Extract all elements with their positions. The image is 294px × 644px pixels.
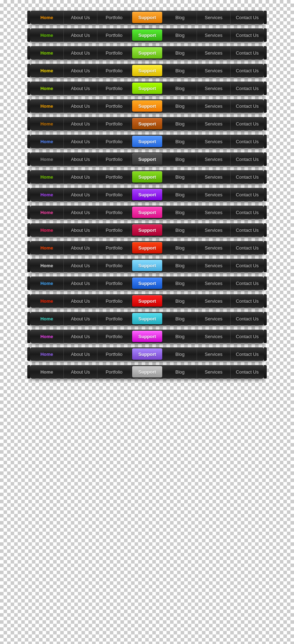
contact-link[interactable]: Contact Us (231, 117, 264, 130)
blog-link[interactable]: Blog (163, 365, 197, 379)
home-link[interactable]: Home (30, 259, 64, 272)
support-button[interactable]: Support (132, 118, 162, 129)
blog-link[interactable]: Blog (163, 330, 197, 343)
blog-link[interactable]: Blog (163, 259, 197, 272)
contact-link[interactable]: Contact Us (231, 206, 264, 219)
services-link[interactable]: Services (197, 188, 231, 201)
services-link[interactable]: Services (197, 99, 231, 113)
portfolio-link[interactable]: Portfolio (97, 206, 131, 219)
blog-link[interactable]: Blog (163, 223, 197, 237)
home-link[interactable]: Home (30, 365, 64, 379)
services-link[interactable]: Services (197, 170, 231, 184)
services-link[interactable]: Services (197, 152, 231, 166)
home-link[interactable]: Home (30, 206, 64, 219)
home-link[interactable]: Home (30, 82, 64, 95)
support-button[interactable]: Support (132, 83, 162, 94)
portfolio-link[interactable]: Portfolio (97, 188, 131, 201)
about-link[interactable]: About Us (64, 82, 97, 95)
home-link[interactable]: Home (30, 64, 64, 77)
support-button[interactable]: Support (132, 189, 162, 200)
portfolio-link[interactable]: Portfolio (97, 259, 131, 272)
support-button[interactable]: Support (132, 12, 162, 23)
portfolio-link[interactable]: Portfolio (97, 312, 131, 325)
home-link[interactable]: Home (30, 276, 64, 290)
home-link[interactable]: Home (30, 46, 64, 60)
support-button[interactable]: Support (132, 366, 162, 377)
contact-link[interactable]: Contact Us (231, 241, 264, 254)
portfolio-link[interactable]: Portfolio (97, 28, 131, 42)
support-button[interactable]: Support (132, 260, 162, 271)
contact-link[interactable]: Contact Us (231, 276, 264, 290)
about-link[interactable]: About Us (64, 347, 97, 361)
contact-link[interactable]: Contact Us (231, 135, 264, 148)
contact-link[interactable]: Contact Us (231, 170, 264, 184)
blog-link[interactable]: Blog (163, 28, 197, 42)
blog-link[interactable]: Blog (163, 188, 197, 201)
support-button[interactable]: Support (132, 207, 162, 218)
services-link[interactable]: Services (197, 259, 231, 272)
about-link[interactable]: About Us (64, 46, 97, 60)
about-link[interactable]: About Us (64, 223, 97, 237)
portfolio-link[interactable]: Portfolio (97, 82, 131, 95)
about-link[interactable]: About Us (64, 276, 97, 290)
support-button[interactable]: Support (132, 313, 162, 324)
support-button[interactable]: Support (132, 29, 162, 41)
blog-link[interactable]: Blog (163, 294, 197, 308)
home-link[interactable]: Home (30, 330, 64, 343)
services-link[interactable]: Services (197, 28, 231, 42)
blog-link[interactable]: Blog (163, 347, 197, 361)
support-button[interactable]: Support (132, 100, 162, 112)
home-link[interactable]: Home (30, 11, 64, 24)
blog-link[interactable]: Blog (163, 99, 197, 113)
portfolio-link[interactable]: Portfolio (97, 223, 131, 237)
services-link[interactable]: Services (197, 11, 231, 24)
portfolio-link[interactable]: Portfolio (97, 330, 131, 343)
about-link[interactable]: About Us (64, 206, 97, 219)
blog-link[interactable]: Blog (163, 135, 197, 148)
home-link[interactable]: Home (30, 188, 64, 201)
support-button[interactable]: Support (132, 224, 162, 236)
support-button[interactable]: Support (132, 242, 162, 253)
contact-link[interactable]: Contact Us (231, 46, 264, 60)
blog-link[interactable]: Blog (163, 312, 197, 325)
home-link[interactable]: Home (30, 170, 64, 184)
portfolio-link[interactable]: Portfolio (97, 135, 131, 148)
blog-link[interactable]: Blog (163, 206, 197, 219)
blog-link[interactable]: Blog (163, 241, 197, 254)
home-link[interactable]: Home (30, 99, 64, 113)
contact-link[interactable]: Contact Us (231, 64, 264, 77)
services-link[interactable]: Services (197, 82, 231, 95)
portfolio-link[interactable]: Portfolio (97, 170, 131, 184)
contact-link[interactable]: Contact Us (231, 28, 264, 42)
about-link[interactable]: About Us (64, 241, 97, 254)
about-link[interactable]: About Us (64, 135, 97, 148)
about-link[interactable]: About Us (64, 99, 97, 113)
about-link[interactable]: About Us (64, 152, 97, 166)
about-link[interactable]: About Us (64, 11, 97, 24)
portfolio-link[interactable]: Portfolio (97, 46, 131, 60)
about-link[interactable]: About Us (64, 330, 97, 343)
contact-link[interactable]: Contact Us (231, 312, 264, 325)
contact-link[interactable]: Contact Us (231, 347, 264, 361)
about-link[interactable]: About Us (64, 312, 97, 325)
about-link[interactable]: About Us (64, 294, 97, 308)
home-link[interactable]: Home (30, 223, 64, 237)
blog-link[interactable]: Blog (163, 82, 197, 95)
blog-link[interactable]: Blog (163, 276, 197, 290)
services-link[interactable]: Services (197, 135, 231, 148)
blog-link[interactable]: Blog (163, 117, 197, 130)
services-link[interactable]: Services (197, 241, 231, 254)
support-button[interactable]: Support (132, 136, 162, 147)
portfolio-link[interactable]: Portfolio (97, 276, 131, 290)
services-link[interactable]: Services (197, 312, 231, 325)
home-link[interactable]: Home (30, 152, 64, 166)
support-button[interactable]: Support (132, 331, 162, 342)
support-button[interactable]: Support (132, 171, 162, 183)
about-link[interactable]: About Us (64, 170, 97, 184)
about-link[interactable]: About Us (64, 188, 97, 201)
services-link[interactable]: Services (197, 365, 231, 379)
support-button[interactable]: Support (132, 65, 162, 76)
services-link[interactable]: Services (197, 294, 231, 308)
contact-link[interactable]: Contact Us (231, 152, 264, 166)
portfolio-link[interactable]: Portfolio (97, 294, 131, 308)
